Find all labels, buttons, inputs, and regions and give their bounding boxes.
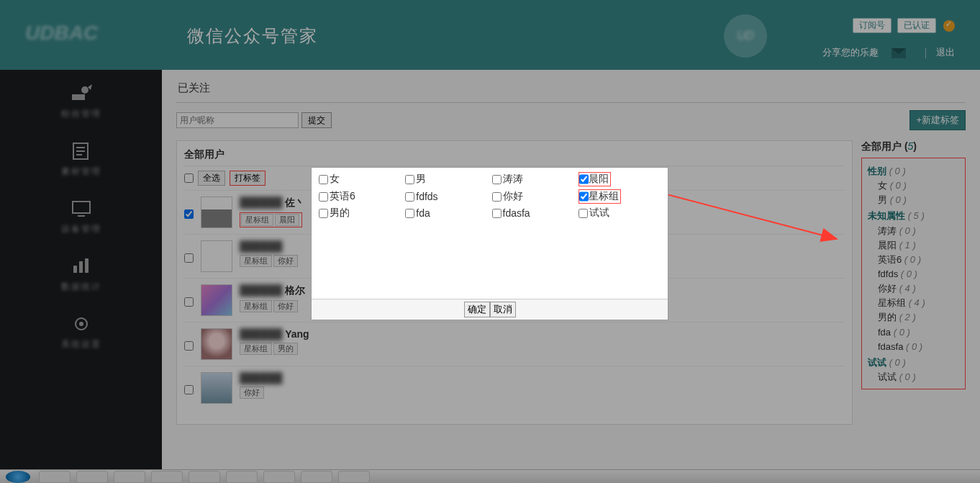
tag-option-checkbox[interactable] xyxy=(492,192,502,202)
user-name: ██████ xyxy=(240,372,845,384)
account-avatar[interactable]: UD xyxy=(724,14,767,58)
user-row: ██████ Yang星标组男的 xyxy=(184,322,845,366)
subscription-badge: 订阅号 xyxy=(853,18,891,33)
tag-option-label: 英语6 xyxy=(330,190,355,203)
tag-option-label: fda xyxy=(416,207,430,219)
sidebar-item-users[interactable]: 粉丝管理 xyxy=(0,70,162,127)
tag-option-label: fdasfa xyxy=(503,207,530,219)
tree-item[interactable]: 男的 ( 2 ) xyxy=(868,310,959,325)
user-tag[interactable]: 男的 xyxy=(273,343,298,355)
tag-option-checkbox[interactable] xyxy=(492,209,502,218)
new-tag-button[interactable]: +新建标签 xyxy=(909,110,966,130)
user-avatar[interactable] xyxy=(201,240,232,272)
user-tag[interactable]: 你好 xyxy=(273,300,298,312)
verified-icon xyxy=(943,20,955,32)
tag-option-checkbox[interactable] xyxy=(405,192,414,202)
user-avatar[interactable] xyxy=(201,372,232,404)
tree-group[interactable]: 试试 ( 0 ) xyxy=(868,356,959,370)
svg-rect-1 xyxy=(72,94,85,100)
tag-option-checkbox[interactable] xyxy=(492,175,502,184)
search-input[interactable] xyxy=(176,112,299,128)
sidebar-item-label: 设备管理 xyxy=(61,223,101,235)
user-tag[interactable]: 星标组 xyxy=(240,300,272,312)
user-tag[interactable]: 晨阳 xyxy=(275,214,299,226)
tree-item[interactable]: 你好 ( 4 ) xyxy=(868,281,959,296)
tag-option[interactable]: 晨阳 xyxy=(579,172,661,186)
tag-option[interactable]: 涛涛 xyxy=(492,172,574,186)
tag-option-label: 男 xyxy=(416,173,426,186)
user-tag[interactable]: 星标组 xyxy=(240,255,272,267)
user-tag[interactable]: 星标组 xyxy=(240,343,272,355)
tag-option-checkbox[interactable] xyxy=(319,175,328,184)
sidebar-item-label: 粉丝管理 xyxy=(61,108,101,120)
tree-item[interactable]: 女 ( 0 ) xyxy=(868,179,959,193)
tag-option-checkbox[interactable] xyxy=(405,175,414,184)
select-all-button[interactable]: 全选 xyxy=(198,171,225,186)
tree-item[interactable]: 星标组 ( 4 ) xyxy=(868,296,959,310)
tag-option-label: 试试 xyxy=(589,207,609,220)
user-tag[interactable]: 你好 xyxy=(240,387,264,399)
tag-dialog: 女男涛涛晨阳英语6fdfds你好星标组男的fdafdasfa试试 确定取消 xyxy=(311,167,668,320)
user-checkbox[interactable] xyxy=(184,253,194,263)
tree-item[interactable]: 晨阳 ( 1 ) xyxy=(868,238,959,253)
select-all-checkbox[interactable] xyxy=(184,173,194,183)
svg-rect-10 xyxy=(79,261,83,273)
sidebar-item-label: 素材管理 xyxy=(61,166,101,178)
monitor-icon xyxy=(68,199,94,219)
logout-link[interactable]: 退出 xyxy=(936,47,955,58)
submit-button[interactable]: 提交 xyxy=(301,112,332,128)
dialog-cancel-button[interactable]: 取消 xyxy=(490,302,516,317)
tag-action-button[interactable]: 打标签 xyxy=(230,171,266,186)
tag-option[interactable]: 男的 xyxy=(319,207,401,220)
settings-icon xyxy=(68,314,94,334)
sidebar: 粉丝管理素材管理设备管理数据统计系统设置 xyxy=(0,70,162,469)
taskbar[interactable] xyxy=(0,469,980,483)
tree-item[interactable]: 英语6 ( 0 ) xyxy=(868,253,959,267)
user-checkbox[interactable] xyxy=(184,297,194,307)
tag-option-checkbox[interactable] xyxy=(579,190,589,203)
sidebar-item-chart[interactable]: 数据统计 xyxy=(0,243,162,300)
user-tag[interactable]: 星标组 xyxy=(241,214,273,226)
sidebar-item-monitor[interactable]: 设备管理 xyxy=(0,185,162,243)
user-checkbox[interactable] xyxy=(184,209,194,219)
dialog-ok-button[interactable]: 确定 xyxy=(464,302,490,317)
app-header: UDBAC 微信公众号管家 UD 订阅号 已认证 分享您的乐趣 退出 xyxy=(0,0,980,70)
divider xyxy=(925,48,926,58)
sidebar-item-file[interactable]: 素材管理 xyxy=(0,127,162,185)
user-avatar[interactable] xyxy=(201,328,232,360)
tag-option[interactable]: 试试 xyxy=(579,207,661,220)
tag-option-checkbox[interactable] xyxy=(579,209,588,218)
share-link[interactable]: 分享您的乐趣 xyxy=(822,47,879,58)
mail-icon[interactable] xyxy=(891,48,906,58)
tag-option-checkbox[interactable] xyxy=(579,173,589,186)
tree-item[interactable]: 试试 ( 0 ) xyxy=(868,370,959,384)
tab-followed[interactable]: 已关注 xyxy=(176,77,966,103)
user-tags: 星标组男的 xyxy=(240,343,845,355)
tag-option[interactable]: fda xyxy=(405,207,487,220)
tag-option[interactable]: 英语6 xyxy=(319,189,401,204)
tree-item[interactable]: 男 ( 0 ) xyxy=(868,193,959,207)
tag-option-checkbox[interactable] xyxy=(319,192,328,202)
user-tag[interactable]: 你好 xyxy=(273,255,298,267)
tree-item[interactable]: fdasfa ( 0 ) xyxy=(868,340,959,354)
tag-option[interactable]: 男 xyxy=(405,172,487,186)
tag-option[interactable]: 星标组 xyxy=(579,189,661,204)
tag-option[interactable]: fdfds xyxy=(405,189,487,204)
tree-item[interactable]: fdfds ( 0 ) xyxy=(868,267,959,281)
user-avatar[interactable] xyxy=(201,284,232,316)
tag-option-label: 男的 xyxy=(330,207,350,220)
user-avatar[interactable] xyxy=(201,197,232,228)
sidebar-item-settings[interactable]: 系统设置 xyxy=(0,300,162,358)
tree-item[interactable]: fda ( 0 ) xyxy=(868,325,959,340)
tag-option-checkbox[interactable] xyxy=(319,209,328,218)
tag-option[interactable]: fdasfa xyxy=(492,207,574,220)
tree-group[interactable]: 未知属性 ( 5 ) xyxy=(868,209,959,223)
user-checkbox[interactable] xyxy=(184,341,194,351)
tree-group[interactable]: 性别 ( 0 ) xyxy=(868,164,959,179)
tag-option[interactable]: 你好 xyxy=(492,189,574,204)
tag-option[interactable]: 女 xyxy=(319,172,401,186)
users-icon xyxy=(68,83,94,104)
user-checkbox[interactable] xyxy=(184,385,194,394)
tree-item[interactable]: 涛涛 ( 0 ) xyxy=(868,224,959,238)
tag-option-checkbox[interactable] xyxy=(405,209,414,218)
